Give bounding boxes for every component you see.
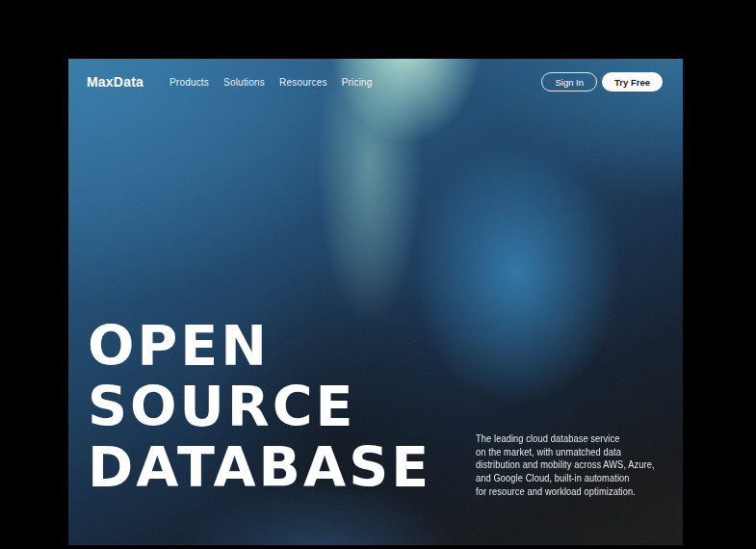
nav-actions: Sign In Try Free [541,72,663,92]
hero-description-line: on the market, with unmatched data [476,446,655,459]
hero-description: The leading cloud database service on th… [476,432,655,499]
try-free-button[interactable]: Try Free [602,72,663,92]
hero-description-line: for resource and workload optimization. [476,485,655,499]
nav-item-products[interactable]: Products [169,77,209,88]
hero-heading: OPEN SOURCE DATABASE [88,316,431,498]
nav-item-pricing[interactable]: Pricing [342,77,373,88]
hero-description-line: and Google Cloud, built-in automation [476,472,655,485]
hero-heading-line-1: OPEN [88,316,431,377]
hero-description-line: distribution and mobility across AWS, Az… [476,458,655,472]
nav-item-solutions[interactable]: Solutions [223,77,265,88]
sign-in-button[interactable]: Sign In [541,72,597,92]
hero-description-line: The leading cloud database service [476,432,655,446]
hero-section: MaxData Products Solutions Resources Pri… [68,59,683,545]
nav-menu: Products Solutions Resources Pricing [169,77,373,88]
hero-heading-line-2: SOURCE [88,377,431,437]
hero-heading-line-3: DATABASE [88,437,431,498]
top-navigation: MaxData Products Solutions Resources Pri… [87,71,663,92]
logo-maxdata[interactable]: MaxData [87,74,143,90]
nav-item-resources[interactable]: Resources [279,77,327,88]
page-frame: MaxData Products Solutions Resources Pri… [0,0,756,549]
